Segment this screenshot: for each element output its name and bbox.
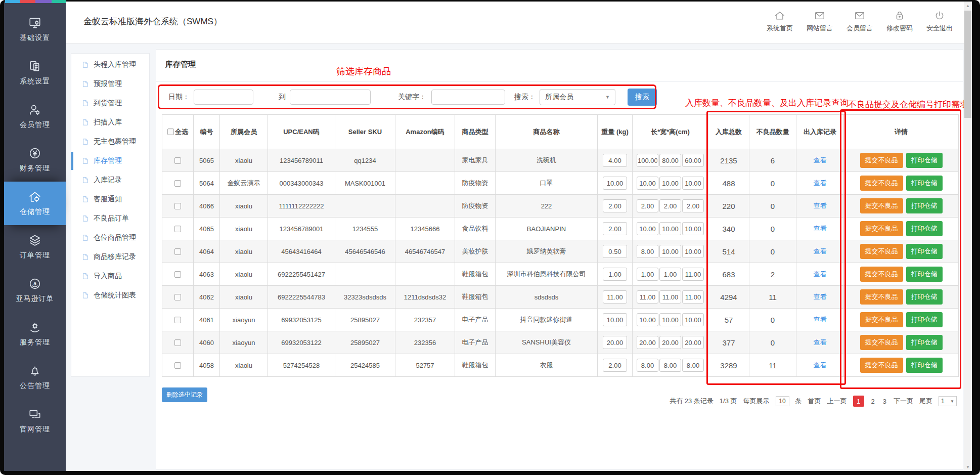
prev-page-link[interactable]: 上一页 [827, 397, 847, 406]
weight-input[interactable] [603, 336, 627, 349]
row-checkbox[interactable] [174, 248, 181, 255]
view-records-link[interactable]: 查看 [814, 202, 827, 209]
width-input[interactable] [659, 177, 681, 190]
submenu-item[interactable]: 仓储统计图表 [71, 286, 149, 305]
length-input[interactable] [637, 313, 658, 326]
sidebar-item[interactable]: 财务管理 [4, 138, 66, 182]
width-input[interactable] [659, 313, 681, 326]
submit-defective-button[interactable]: 提交不良品 [860, 176, 903, 191]
view-records-link[interactable]: 查看 [814, 156, 827, 164]
row-checkbox[interactable] [174, 339, 181, 346]
height-input[interactable] [682, 199, 704, 212]
submenu-item[interactable]: 无主包裹管理 [71, 132, 149, 151]
page-number[interactable]: 2 [870, 398, 876, 405]
weight-input[interactable] [603, 245, 627, 258]
weight-input[interactable] [603, 313, 627, 326]
submenu-item[interactable]: 扫描入库 [71, 113, 149, 132]
sidebar-item[interactable]: 会员管理 [4, 95, 66, 138]
view-records-link[interactable]: 查看 [814, 225, 827, 232]
row-checkbox[interactable] [174, 180, 181, 187]
submit-defective-button[interactable]: 提交不良品 [860, 267, 903, 282]
weight-input[interactable] [603, 268, 627, 281]
submenu-item[interactable]: 导入商品 [71, 267, 149, 286]
row-checkbox[interactable] [174, 203, 181, 209]
print-warehouse-button[interactable]: 打印仓储 [906, 198, 943, 213]
width-input[interactable] [659, 222, 681, 235]
submenu-item[interactable]: 到货管理 [71, 94, 149, 113]
date-from-input[interactable] [194, 90, 253, 105]
length-input[interactable] [637, 245, 658, 258]
topbar-action[interactable]: 修改密码 [886, 10, 913, 33]
submenu-item[interactable]: 仓位商品管理 [71, 228, 149, 247]
sidebar-item[interactable]: 订单管理 [4, 225, 66, 269]
sidebar-item[interactable]: 公告管理 [4, 356, 66, 399]
print-warehouse-button[interactable]: 打印仓储 [906, 221, 943, 236]
submit-defective-button[interactable]: 提交不良品 [860, 335, 903, 350]
submenu-item[interactable]: 库存管理 [71, 151, 149, 170]
topbar-action[interactable]: 安全退出 [926, 10, 953, 33]
length-input[interactable] [637, 222, 658, 235]
submit-defective-button[interactable]: 提交不良品 [860, 312, 903, 327]
page-jump-select[interactable]: 1 ▼ [939, 396, 957, 406]
submenu-item[interactable]: 预报管理 [71, 74, 149, 94]
submenu-item[interactable]: 头程入库管理 [71, 55, 149, 74]
height-input[interactable] [682, 245, 704, 258]
submit-defective-button[interactable]: 提交不良品 [860, 358, 903, 373]
row-checkbox[interactable] [174, 271, 181, 278]
row-checkbox[interactable] [174, 317, 181, 323]
height-input[interactable] [682, 313, 704, 326]
length-input[interactable] [637, 336, 658, 349]
sidebar-item[interactable]: 基础设置 [4, 8, 66, 51]
print-warehouse-button[interactable]: 打印仓储 [906, 289, 943, 305]
height-input[interactable] [682, 154, 704, 167]
weight-input[interactable] [603, 290, 627, 304]
select-all-checkbox[interactable] [167, 128, 174, 135]
height-input[interactable] [682, 290, 704, 304]
print-warehouse-button[interactable]: 打印仓储 [906, 176, 943, 191]
height-input[interactable] [682, 177, 704, 190]
vertical-scrollbar[interactable]: ▲ ▼ [964, 2, 972, 471]
weight-input[interactable] [603, 199, 627, 212]
topbar-action[interactable]: 系统首页 [767, 10, 793, 33]
scroll-up-arrow[interactable]: ▲ [964, 2, 972, 10]
submit-defective-button[interactable]: 提交不良品 [860, 198, 903, 213]
submenu-item[interactable]: 商品移库记录 [71, 247, 149, 267]
submenu-item[interactable]: 不良品订单 [71, 209, 149, 228]
width-input[interactable] [659, 336, 681, 349]
topbar-action[interactable]: 会员留言 [847, 10, 873, 33]
submit-defective-button[interactable]: 提交不良品 [860, 289, 903, 305]
length-input[interactable] [637, 290, 658, 304]
search-button[interactable]: 搜索 [628, 89, 657, 106]
length-input[interactable] [637, 359, 658, 372]
submenu-item[interactable]: 客服通知 [71, 190, 149, 209]
height-input[interactable] [682, 359, 704, 372]
length-input[interactable] [637, 154, 658, 167]
weight-input[interactable] [603, 359, 627, 372]
height-input[interactable] [682, 222, 704, 235]
width-input[interactable] [659, 268, 681, 281]
length-input[interactable] [637, 199, 658, 212]
width-input[interactable] [659, 290, 681, 304]
per-page-input[interactable] [776, 396, 789, 406]
sidebar-item[interactable]: a亚马逊订单 [4, 269, 66, 312]
row-checkbox[interactable] [174, 294, 181, 300]
sidebar-item[interactable]: 仓储管理 [4, 182, 66, 225]
row-checkbox[interactable] [174, 362, 181, 369]
scroll-down-arrow[interactable]: ▼ [964, 463, 972, 471]
row-checkbox[interactable] [174, 226, 181, 232]
view-records-link[interactable]: 查看 [814, 316, 827, 323]
date-to-input[interactable] [290, 90, 371, 105]
print-warehouse-button[interactable]: 打印仓储 [906, 267, 943, 282]
print-warehouse-button[interactable]: 打印仓储 [906, 335, 943, 350]
page-number[interactable]: 1 [853, 396, 864, 407]
width-input[interactable] [659, 199, 681, 212]
submit-defective-button[interactable]: 提交不良品 [860, 244, 903, 259]
print-warehouse-button[interactable]: 打印仓储 [906, 312, 943, 327]
height-input[interactable] [682, 336, 704, 349]
sidebar-item[interactable]: 系统设置 [4, 51, 66, 95]
keyword-input[interactable] [431, 90, 505, 105]
view-records-link[interactable]: 查看 [814, 361, 827, 369]
topbar-action[interactable]: 网站留言 [807, 10, 833, 33]
submit-defective-button[interactable]: 提交不良品 [860, 221, 903, 236]
row-checkbox[interactable] [174, 157, 181, 164]
